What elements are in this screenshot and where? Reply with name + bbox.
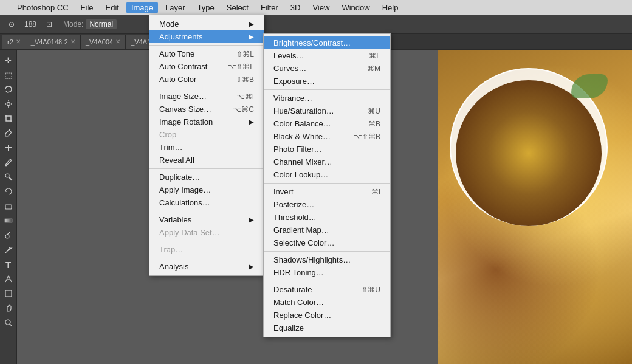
shape-tool[interactable]	[2, 287, 15, 300]
mode-dropdown[interactable]: Normal	[86, 19, 117, 29]
svg-rect-13	[5, 290, 12, 297]
healing-tool[interactable]	[2, 141, 15, 154]
marquee-tool[interactable]: ⬚	[2, 68, 15, 81]
adj-match-color[interactable]: Match Color…	[264, 296, 390, 309]
tools-panel: ✛ ⬚ T	[0, 50, 17, 364]
tab-v4a0148[interactable]: _V4A0148-2 ✕	[26, 35, 81, 49]
adj-shadows-highlights[interactable]: Shadows/Highlights…	[264, 253, 390, 266]
adj-color-balance[interactable]: Color Balance… ⌘B	[264, 117, 390, 130]
eraser-tool[interactable]	[2, 199, 15, 213]
food-content	[456, 80, 602, 226]
adj-channel-mixer[interactable]: Channel Mixer…	[264, 156, 390, 168]
adj-invert[interactable]: Invert ⌘I	[264, 185, 390, 198]
brush-options-icon[interactable]: ⊡	[43, 19, 56, 30]
menu-duplicate[interactable]: Duplicate…	[149, 171, 264, 184]
close-tab-v4a004-icon[interactable]: ✕	[115, 38, 120, 45]
menu-image-size[interactable]: Image Size… ⌥⌘I	[149, 90, 264, 103]
menu-file[interactable]: File	[76, 2, 98, 13]
menu-edit[interactable]: Edit	[101, 2, 124, 13]
brush-size-value: 188	[21, 19, 40, 30]
submenu-arrow-adjustments-icon: ▶	[249, 33, 254, 40]
adj-replace-color[interactable]: Replace Color…	[264, 309, 390, 321]
image-dropdown-menu: Mode ▶ Adjustments ▶ Auto Tone ⇧⌘L Auto …	[149, 15, 264, 276]
adj-hue-saturation[interactable]: Hue/Saturation… ⌘U	[264, 105, 390, 117]
menu-apply-image[interactable]: Apply Image…	[149, 184, 264, 196]
adj-divider-1	[264, 89, 390, 90]
adj-black-white[interactable]: Black & White… ⌥⇧⌘B	[264, 130, 390, 143]
svg-line-5	[9, 129, 10, 130]
svg-point-9	[5, 235, 9, 238]
svg-point-14	[5, 320, 10, 325]
tab-v4a004[interactable]: _V4A004 ✕	[81, 35, 126, 49]
gradient-tool[interactable]	[2, 214, 15, 227]
menu-reveal-all[interactable]: Reveal All	[149, 154, 264, 167]
menu-image[interactable]: Image	[126, 2, 158, 13]
mode-label: Mode:	[63, 20, 83, 29]
menu-photoshop[interactable]: Photoshop CC	[12, 2, 74, 13]
magic-wand-tool[interactable]	[2, 97, 15, 111]
lasso-tool[interactable]	[2, 83, 15, 96]
menu-analysis[interactable]: Analysis ▶	[149, 260, 264, 273]
menu-calculations[interactable]: Calculations…	[149, 196, 264, 209]
submenu-arrow-icon: ▶	[249, 21, 254, 27]
hand-tool[interactable]	[2, 301, 15, 315]
adj-hdr-toning[interactable]: HDR Toning…	[264, 266, 390, 279]
clone-stamp-tool[interactable]	[2, 170, 15, 184]
text-tool[interactable]: T	[2, 258, 15, 271]
menu-divider-4	[149, 211, 264, 211]
path-selection-tool[interactable]	[2, 272, 15, 286]
adj-divider-3	[264, 251, 390, 252]
adj-desaturate[interactable]: Desaturate ⇧⌘U	[264, 283, 390, 296]
pen-tool[interactable]	[2, 243, 15, 256]
adjustments-submenu: Brightness/Contrast… Levels… ⌘L Curves… …	[263, 33, 391, 337]
crop-tool[interactable]	[2, 112, 15, 125]
adj-threshold[interactable]: Threshold…	[264, 211, 390, 224]
history-brush-tool[interactable]	[2, 185, 15, 198]
adj-photo-filter[interactable]: Photo Filter…	[264, 143, 390, 156]
menu-apply-data-set: Apply Data Set…	[149, 226, 264, 239]
svg-point-4	[7, 103, 10, 106]
adj-gradient-map[interactable]: Gradient Map…	[264, 224, 390, 236]
menu-filter[interactable]: Filter	[256, 2, 283, 13]
menu-view[interactable]: View	[307, 2, 334, 13]
menu-3d[interactable]: 3D	[286, 2, 306, 13]
menu-help[interactable]: Help	[377, 2, 404, 13]
move-tool[interactable]: ✛	[2, 53, 15, 67]
close-tab-r2-icon[interactable]: ✕	[16, 38, 21, 45]
menu-variables[interactable]: Variables ▶	[149, 213, 264, 226]
menu-auto-contrast[interactable]: Auto Contrast ⌥⇧⌘L	[149, 60, 264, 73]
adj-posterize[interactable]: Posterize…	[264, 198, 390, 211]
adj-color-lookup[interactable]: Color Lookup…	[264, 168, 390, 181]
menu-trim[interactable]: Trim…	[149, 141, 264, 154]
adj-exposure[interactable]: Exposure…	[264, 75, 390, 88]
adj-selective-color[interactable]: Selective Color…	[264, 236, 390, 249]
adj-vibrance[interactable]: Vibrance…	[264, 92, 390, 105]
menu-auto-tone[interactable]: Auto Tone ⇧⌘L	[149, 47, 264, 60]
menu-type[interactable]: Type	[193, 2, 219, 13]
svg-point-6	[5, 174, 9, 177]
menu-window[interactable]: Window	[337, 2, 374, 13]
brush-icon[interactable]: ⊙	[5, 19, 18, 30]
close-tab-v4a0148-icon[interactable]: ✕	[70, 38, 75, 45]
tab-r2[interactable]: r2 ✕	[2, 35, 26, 49]
menu-select[interactable]: Select	[222, 2, 253, 13]
menu-layer[interactable]: Layer	[160, 2, 190, 13]
submenu-arrow-variables-icon: ▶	[249, 216, 254, 223]
dodge-burn-tool[interactable]	[2, 228, 15, 242]
menu-divider-5	[149, 241, 264, 241]
brush-tool[interactable]	[2, 156, 15, 169]
menu-bar: Photoshop CC File Edit Image Layer Type …	[0, 0, 632, 15]
menu-image-mode[interactable]: Mode ▶	[149, 18, 264, 30]
menu-image-adjustments[interactable]: Adjustments ▶	[149, 30, 264, 43]
eyedropper-tool[interactable]	[2, 126, 15, 140]
adj-curves[interactable]: Curves… ⌘M	[264, 62, 390, 75]
menu-auto-color[interactable]: Auto Color ⇧⌘B	[149, 73, 264, 86]
menu-canvas-size[interactable]: Canvas Size… ⌥⌘C	[149, 103, 264, 115]
document-canvas	[438, 50, 632, 364]
submenu-arrow-rotation-icon: ▶	[249, 118, 254, 125]
adj-equalize[interactable]: Equalize	[264, 321, 390, 334]
adj-brightness-contrast[interactable]: Brightness/Contrast…	[264, 36, 390, 49]
zoom-tool[interactable]	[2, 316, 15, 329]
adj-levels[interactable]: Levels… ⌘L	[264, 49, 390, 62]
menu-image-rotation[interactable]: Image Rotation ▶	[149, 115, 264, 128]
